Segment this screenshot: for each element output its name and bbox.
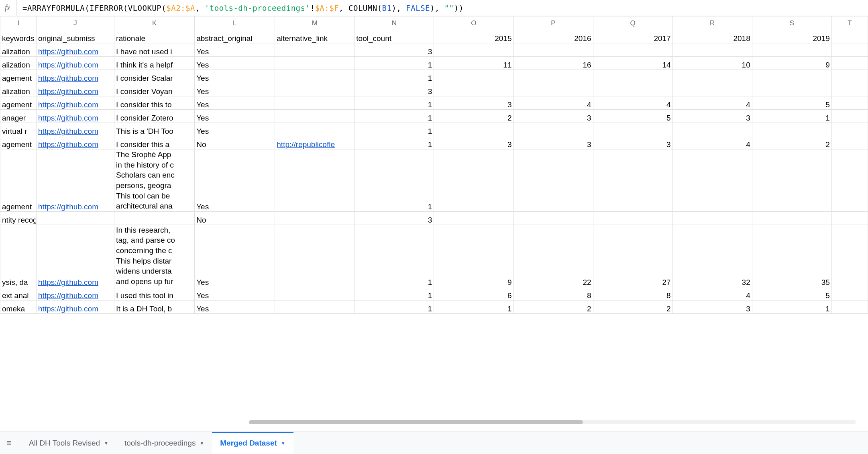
cell[interactable]: The Srophé Appin the history of cScholar… [114,149,195,212]
cell[interactable] [672,149,752,212]
cell[interactable]: 3 [434,136,513,149]
cell[interactable] [831,110,868,123]
cell[interactable] [114,211,195,225]
chevron-down-icon[interactable]: ▼ [200,441,204,446]
cell[interactable]: 2 [434,110,513,123]
column-header-R[interactable]: R [672,16,752,30]
cell[interactable]: 35 [752,225,831,287]
cell[interactable]: 8 [593,287,672,300]
cell[interactable]: 14 [593,57,672,70]
cell[interactable]: 4 [672,96,752,110]
cell[interactable]: 3 [434,96,513,110]
column-header-J[interactable]: J [37,16,114,30]
cell[interactable] [513,43,593,57]
link[interactable]: https://github.com [38,61,98,69]
cell[interactable]: Yes [195,43,275,57]
cell[interactable] [513,211,593,225]
cell[interactable]: 4 [672,136,752,149]
cell[interactable]: 9 [434,225,513,287]
cell[interactable]: Yes [195,83,275,96]
fx-icon[interactable]: fx [2,0,17,16]
cell[interactable]: agement [0,70,37,83]
link[interactable]: https://github.com [38,127,98,135]
cell[interactable] [434,70,513,83]
cell[interactable] [275,57,355,70]
cell[interactable]: https://github.com [37,70,114,83]
cell[interactable]: Yes [195,300,275,313]
cell[interactable]: agement [0,136,37,149]
link[interactable]: https://github.com [38,47,98,56]
cell[interactable] [831,83,868,96]
cell[interactable]: 32 [672,225,752,287]
cell[interactable] [434,83,513,96]
cell[interactable]: virtual r [0,123,37,136]
header-cell[interactable]: alternative_link [275,30,355,43]
cell[interactable]: 27 [593,225,672,287]
sheet-tab[interactable]: tools-dh-proceedings▼ [116,432,212,454]
header-cell[interactable] [831,30,868,43]
cell[interactable] [672,123,752,136]
header-cell[interactable]: 2017 [593,30,672,43]
cell[interactable] [513,83,593,96]
cell[interactable]: 1 [355,149,434,212]
cell[interactable]: 5 [593,110,672,123]
cell[interactable]: No [195,136,275,149]
cell[interactable]: 1 [355,110,434,123]
cell[interactable]: No [195,211,275,225]
cell[interactable]: 1 [355,300,434,313]
cell[interactable] [752,83,831,96]
cell[interactable]: 3 [355,43,434,57]
header-cell[interactable]: 2016 [513,30,593,43]
cell[interactable]: anager [0,110,37,123]
cell[interactable] [275,123,355,136]
cell[interactable]: I consider this a [114,136,195,149]
column-header-T[interactable]: T [831,16,868,30]
cell[interactable]: 9 [752,57,831,70]
cell[interactable] [593,83,672,96]
cell[interactable] [752,149,831,212]
cell[interactable]: Yes [195,225,275,287]
cell[interactable]: It is a DH Tool, b [114,300,195,313]
header-cell[interactable]: rationale [114,30,195,43]
cell[interactable] [434,43,513,57]
column-header-I[interactable]: I [0,16,37,30]
cell[interactable] [672,211,752,225]
cell[interactable] [434,123,513,136]
cell[interactable]: 1 [752,110,831,123]
chevron-down-icon[interactable]: ▼ [281,441,285,446]
cell[interactable]: https://github.com [37,149,114,212]
cell[interactable] [831,70,868,83]
cell[interactable]: 2 [752,136,831,149]
cell[interactable] [275,70,355,83]
cell[interactable] [831,225,868,287]
cell[interactable]: Yes [195,57,275,70]
cell[interactable]: https://github.com [37,83,114,96]
cell[interactable]: 22 [513,225,593,287]
cell[interactable] [275,211,355,225]
cell[interactable] [593,211,672,225]
cell[interactable]: 1 [434,300,513,313]
column-header-K[interactable]: K [114,16,195,30]
cell[interactable]: I consider this to [114,96,195,110]
cell[interactable] [275,96,355,110]
cell[interactable] [672,83,752,96]
cell[interactable]: 2 [513,300,593,313]
cell[interactable] [434,149,513,212]
cell[interactable]: This is a 'DH Too [114,123,195,136]
cell[interactable]: 5 [752,287,831,300]
cell[interactable] [37,211,114,225]
cell[interactable]: http://republicofle [275,136,355,149]
cell[interactable] [513,70,593,83]
cell[interactable]: Yes [195,123,275,136]
header-cell[interactable]: 2018 [672,30,752,43]
cell[interactable] [593,43,672,57]
column-header-S[interactable]: S [752,16,831,30]
formula-input[interactable]: =ARRAYFORMULA(IFERROR(VLOOKUP($A2:$A, 't… [17,4,464,12]
header-cell[interactable]: keywords [0,30,37,43]
cell[interactable]: 3 [672,110,752,123]
cell[interactable]: 2 [593,300,672,313]
cell[interactable]: Yes [195,287,275,300]
cell[interactable]: 1 [355,70,434,83]
cell[interactable]: 1 [752,300,831,313]
cell[interactable] [275,43,355,57]
